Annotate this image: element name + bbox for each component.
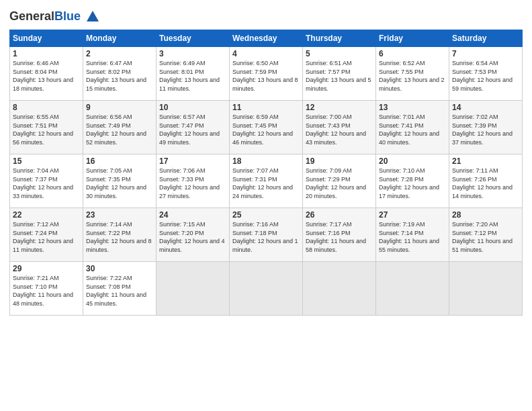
day-info: Sunrise: 6:54 AMSunset: 7:53 PMDaylight:… bbox=[452, 59, 519, 93]
calendar-cell: 5Sunrise: 6:51 AMSunset: 7:57 PMDaylight… bbox=[303, 47, 376, 101]
calendar-cell: 1Sunrise: 6:46 AMSunset: 8:04 PMDaylight… bbox=[10, 47, 83, 101]
calendar-cell: 19Sunrise: 7:09 AMSunset: 7:29 PMDayligh… bbox=[303, 154, 376, 208]
weekday-header-saturday: Saturday bbox=[449, 30, 523, 47]
day-number: 12 bbox=[306, 103, 373, 112]
day-info: Sunrise: 7:22 AMSunset: 7:08 PMDaylight:… bbox=[86, 274, 153, 308]
weekday-header-friday: Friday bbox=[376, 30, 449, 47]
weekday-header-monday: Monday bbox=[83, 30, 157, 47]
calendar-cell: 22Sunrise: 7:12 AMSunset: 7:24 PMDayligh… bbox=[10, 208, 83, 262]
calendar-cell: 16Sunrise: 7:05 AMSunset: 7:35 PMDayligh… bbox=[83, 154, 157, 208]
day-info: Sunrise: 7:09 AMSunset: 7:29 PMDaylight:… bbox=[306, 167, 373, 200]
calendar-cell: 14Sunrise: 7:02 AMSunset: 7:39 PMDayligh… bbox=[449, 101, 523, 154]
calendar-cell: 7Sunrise: 6:54 AMSunset: 7:53 PMDaylight… bbox=[449, 47, 523, 101]
day-number: 30 bbox=[86, 264, 153, 273]
day-number: 15 bbox=[13, 156, 80, 166]
calendar-cell: 8Sunrise: 6:55 AMSunset: 7:51 PMDaylight… bbox=[10, 101, 83, 154]
calendar-cell: 18Sunrise: 7:07 AMSunset: 7:31 PMDayligh… bbox=[230, 154, 303, 208]
day-info: Sunrise: 7:16 AMSunset: 7:18 PMDaylight:… bbox=[232, 220, 300, 254]
header-row: GeneralBlue bbox=[9, 7, 523, 24]
day-info: Sunrise: 7:11 AMSunset: 7:26 PMDaylight:… bbox=[452, 167, 519, 200]
day-number: 11 bbox=[232, 103, 300, 112]
day-info: Sunrise: 7:00 AMSunset: 7:43 PMDaylight:… bbox=[306, 113, 373, 146]
day-info: Sunrise: 7:05 AMSunset: 7:35 PMDaylight:… bbox=[86, 167, 153, 200]
calendar-cell: 24Sunrise: 7:15 AMSunset: 7:20 PMDayligh… bbox=[157, 208, 230, 262]
day-info: Sunrise: 7:14 AMSunset: 7:22 PMDaylight:… bbox=[86, 220, 153, 254]
weekday-header-row: SundayMondayTuesdayWednesdayThursdayFrid… bbox=[10, 30, 523, 47]
weekday-header-thursday: Thursday bbox=[303, 30, 376, 47]
day-info: Sunrise: 7:04 AMSunset: 7:37 PMDaylight:… bbox=[13, 167, 80, 200]
day-info: Sunrise: 7:10 AMSunset: 7:28 PMDaylight:… bbox=[379, 167, 446, 200]
logo: GeneralBlue bbox=[9, 9, 100, 24]
day-info: Sunrise: 6:49 AMSunset: 8:01 PMDaylight:… bbox=[159, 59, 226, 93]
page-container: GeneralBlue SundayMondayTuesdayWednesday… bbox=[0, 0, 532, 322]
day-number: 20 bbox=[379, 156, 446, 166]
day-number: 3 bbox=[159, 49, 226, 58]
calendar-week-4: 29Sunrise: 7:21 AMSunset: 7:10 PMDayligh… bbox=[10, 262, 523, 316]
weekday-header-tuesday: Tuesday bbox=[157, 30, 230, 47]
day-number: 27 bbox=[379, 210, 446, 220]
logo-text: GeneralBlue bbox=[9, 9, 100, 24]
day-number: 14 bbox=[452, 103, 519, 112]
day-info: Sunrise: 6:52 AMSunset: 7:55 PMDaylight:… bbox=[379, 59, 446, 93]
day-number: 10 bbox=[159, 103, 226, 112]
calendar-cell: 27Sunrise: 7:19 AMSunset: 7:14 PMDayligh… bbox=[376, 208, 449, 262]
day-number: 8 bbox=[13, 103, 80, 112]
day-info: Sunrise: 7:20 AMSunset: 7:12 PMDaylight:… bbox=[452, 220, 519, 254]
calendar-cell bbox=[157, 262, 230, 316]
day-number: 22 bbox=[13, 210, 80, 220]
calendar-cell bbox=[303, 262, 376, 316]
calendar-week-1: 8Sunrise: 6:55 AMSunset: 7:51 PMDaylight… bbox=[10, 101, 523, 154]
day-number: 18 bbox=[232, 156, 300, 166]
calendar-cell: 23Sunrise: 7:14 AMSunset: 7:22 PMDayligh… bbox=[83, 208, 157, 262]
calendar-cell bbox=[449, 262, 523, 316]
calendar-cell bbox=[230, 262, 303, 316]
calendar-week-3: 22Sunrise: 7:12 AMSunset: 7:24 PMDayligh… bbox=[10, 208, 523, 262]
day-number: 4 bbox=[232, 49, 300, 58]
day-number: 25 bbox=[232, 210, 300, 220]
day-info: Sunrise: 7:15 AMSunset: 7:20 PMDaylight:… bbox=[159, 220, 226, 254]
calendar-cell: 29Sunrise: 7:21 AMSunset: 7:10 PMDayligh… bbox=[10, 262, 83, 316]
weekday-header-wednesday: Wednesday bbox=[230, 30, 303, 47]
calendar-cell: 4Sunrise: 6:50 AMSunset: 7:59 PMDaylight… bbox=[230, 47, 303, 101]
calendar-cell: 3Sunrise: 6:49 AMSunset: 8:01 PMDaylight… bbox=[157, 47, 230, 101]
day-number: 19 bbox=[306, 156, 373, 166]
calendar-cell: 11Sunrise: 6:59 AMSunset: 7:45 PMDayligh… bbox=[230, 101, 303, 154]
calendar-cell: 20Sunrise: 7:10 AMSunset: 7:28 PMDayligh… bbox=[376, 154, 449, 208]
day-number: 28 bbox=[452, 210, 519, 220]
day-number: 6 bbox=[379, 49, 446, 58]
svg-marker-0 bbox=[87, 11, 99, 21]
calendar-table: SundayMondayTuesdayWednesdayThursdayFrid… bbox=[9, 30, 523, 316]
day-info: Sunrise: 7:17 AMSunset: 7:16 PMDaylight:… bbox=[306, 220, 373, 254]
calendar-cell: 13Sunrise: 7:01 AMSunset: 7:41 PMDayligh… bbox=[376, 101, 449, 154]
weekday-header-sunday: Sunday bbox=[10, 30, 83, 47]
day-number: 7 bbox=[452, 49, 519, 58]
day-info: Sunrise: 6:59 AMSunset: 7:45 PMDaylight:… bbox=[232, 113, 300, 146]
day-info: Sunrise: 6:55 AMSunset: 7:51 PMDaylight:… bbox=[13, 113, 80, 146]
logo-icon bbox=[85, 9, 100, 24]
day-info: Sunrise: 6:56 AMSunset: 7:49 PMDaylight:… bbox=[86, 113, 153, 146]
calendar-cell: 12Sunrise: 7:00 AMSunset: 7:43 PMDayligh… bbox=[303, 101, 376, 154]
day-info: Sunrise: 6:51 AMSunset: 7:57 PMDaylight:… bbox=[306, 59, 373, 93]
day-number: 16 bbox=[86, 156, 153, 166]
calendar-cell: 26Sunrise: 7:17 AMSunset: 7:16 PMDayligh… bbox=[303, 208, 376, 262]
day-info: Sunrise: 7:06 AMSunset: 7:33 PMDaylight:… bbox=[159, 167, 226, 200]
day-info: Sunrise: 6:47 AMSunset: 8:02 PMDaylight:… bbox=[86, 59, 153, 93]
day-info: Sunrise: 7:01 AMSunset: 7:41 PMDaylight:… bbox=[379, 113, 446, 146]
calendar-cell: 9Sunrise: 6:56 AMSunset: 7:49 PMDaylight… bbox=[83, 101, 157, 154]
calendar-cell: 2Sunrise: 6:47 AMSunset: 8:02 PMDaylight… bbox=[83, 47, 157, 101]
day-number: 2 bbox=[86, 49, 153, 58]
day-info: Sunrise: 7:21 AMSunset: 7:10 PMDaylight:… bbox=[13, 274, 80, 308]
calendar-cell: 28Sunrise: 7:20 AMSunset: 7:12 PMDayligh… bbox=[449, 208, 523, 262]
day-number: 17 bbox=[159, 156, 226, 166]
calendar-cell: 10Sunrise: 6:57 AMSunset: 7:47 PMDayligh… bbox=[157, 101, 230, 154]
day-info: Sunrise: 7:02 AMSunset: 7:39 PMDaylight:… bbox=[452, 113, 519, 146]
day-info: Sunrise: 6:57 AMSunset: 7:47 PMDaylight:… bbox=[159, 113, 226, 146]
day-number: 5 bbox=[306, 49, 373, 58]
calendar-cell: 25Sunrise: 7:16 AMSunset: 7:18 PMDayligh… bbox=[230, 208, 303, 262]
day-number: 1 bbox=[13, 49, 80, 58]
day-number: 23 bbox=[86, 210, 153, 220]
calendar-cell: 6Sunrise: 6:52 AMSunset: 7:55 PMDaylight… bbox=[376, 47, 449, 101]
calendar-cell: 21Sunrise: 7:11 AMSunset: 7:26 PMDayligh… bbox=[449, 154, 523, 208]
logo-blue: Blue bbox=[54, 9, 81, 23]
day-info: Sunrise: 6:46 AMSunset: 8:04 PMDaylight:… bbox=[13, 59, 80, 93]
